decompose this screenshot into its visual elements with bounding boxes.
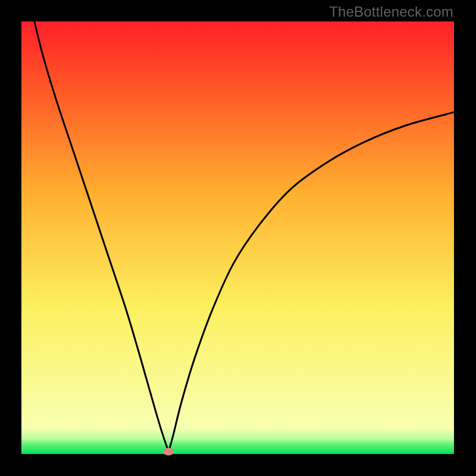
watermark-text: TheBottleneck.com (329, 4, 453, 20)
chart-frame: TheBottleneck.com (0, 0, 476, 476)
plot-area (21, 21, 454, 454)
bottleneck-minimum-marker (163, 448, 174, 456)
bottleneck-curve (21, 21, 454, 454)
